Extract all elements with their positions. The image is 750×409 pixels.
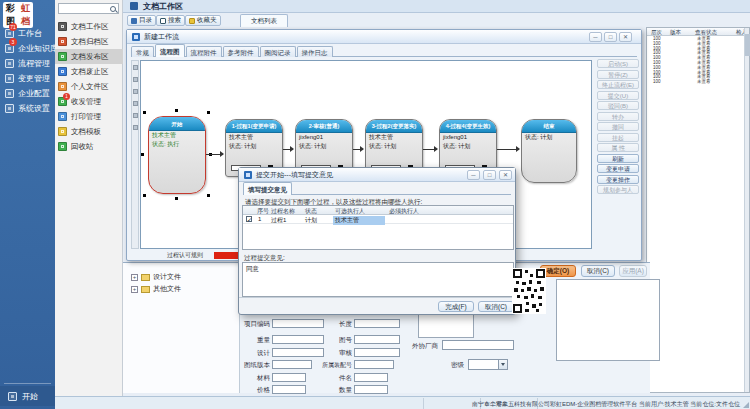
workflow-action-button[interactable]: 转办 [597,112,639,121]
nav-item[interactable]: 变更管理 [0,71,55,86]
length-input[interactable] [354,319,400,328]
workflow-tab[interactable]: 参考附件 [223,46,259,57]
selection-handle[interactable] [175,197,178,200]
search-icon[interactable] [110,6,116,12]
selection-handle[interactable] [143,111,146,114]
favorites-button[interactable]: 收藏夹 [185,15,221,26]
nav-item[interactable]: 企业配置 [0,86,55,101]
selection-handle[interactable] [143,194,146,197]
quantity-input[interactable] [354,385,388,394]
search-button[interactable]: 搜索 [156,15,185,26]
secrecy-select[interactable] [468,359,508,370]
cancel-button[interactable]: 取消(C) [478,301,514,312]
workflow-tab[interactable]: 圈阅记录 [260,46,296,57]
folder-tree: + 设计文件 + 其他文件 [123,271,240,295]
tree-item[interactable]: + 其他文件 [123,283,240,295]
workflow-tab[interactable]: 操作日志 [297,46,333,57]
workflow-action-button[interactable]: 挂起 [597,133,639,142]
workflow-tab[interactable]: 流程图 [155,44,185,57]
close-button[interactable]: ✕ [499,170,512,180]
workflow-action-button[interactable]: 启动(S) [597,59,639,68]
document-area-item[interactable]: 文档废止区 [55,64,123,79]
document-area-item[interactable]: 个人文件区 [55,79,123,94]
document-area-item[interactable]: 文档工作区 [55,19,123,34]
close-button[interactable]: ✕ [619,32,632,42]
design-input[interactable] [272,348,324,357]
area-icon [58,127,67,136]
tab-document-list[interactable]: 文档列表 [240,14,288,27]
tab-submit-comment[interactable]: 填写提交意见 [243,182,292,195]
document-area-item[interactable]: 打印管理 [55,109,123,124]
workflow-node-start[interactable]: 开始 技术主管 状态: 执行 [148,116,206,194]
project-code-input[interactable] [272,319,324,328]
assembly-no-input[interactable] [354,360,394,369]
document-area-item[interactable]: 文档归档区 [55,34,123,49]
part-name-input[interactable] [354,373,388,382]
expand-icon[interactable]: + [131,274,138,281]
node-owner: jixfeng01 [296,133,352,142]
review-input[interactable] [354,348,400,357]
workflow-action-button[interactable]: 终止流程(E) [597,80,639,89]
nav-item[interactable]: 系统设置 [0,101,55,116]
material-input[interactable] [272,373,306,382]
maximize-button[interactable]: □ [483,170,496,180]
document-area-item[interactable]: 文档模板 [55,124,123,139]
tool-icon[interactable] [133,125,138,130]
nav-item[interactable]: 流程管理 [0,56,55,71]
workflow-action-button[interactable]: 刷新 [597,154,639,163]
apply-button[interactable]: 应用(A) [619,265,647,277]
workflow-action-button[interactable]: 驳回(B) [597,101,639,110]
col-view-status[interactable]: 查看状态 [695,29,717,36]
dropdown-arrow-icon[interactable] [498,360,507,369]
document-area-item[interactable]: 文档发布区 [55,49,123,64]
nav-item[interactable]: 工作台 71 [0,26,55,41]
document-area-item[interactable]: 回收站 [55,139,123,154]
tool-icon[interactable] [133,89,138,94]
workflow-node-end[interactable]: 结束 状态: 计划 [521,119,577,183]
selection-handle[interactable] [207,111,210,114]
workflow-action-button[interactable]: 规划参与人 [597,185,639,194]
tool-icon[interactable] [133,101,138,106]
col-level[interactable]: 层次 [651,29,662,36]
resize-grip[interactable] [743,402,749,408]
selection-handle[interactable] [141,153,144,156]
cancel-button[interactable]: 取消(C) [581,265,615,277]
workflow-action-button[interactable]: 提交(U) [597,91,639,100]
workflow-action-button[interactable]: 属 性 [597,143,639,152]
vendor-input[interactable] [442,340,514,350]
selection-handle[interactable] [175,109,178,112]
expand-icon[interactable]: + [131,286,138,293]
document-area-item[interactable]: 收发管理 1 [55,94,123,109]
workflow-action-button[interactable]: 暂停(Z) [597,70,639,79]
workflow-action-button[interactable]: 撤回 [597,122,639,131]
finish-button[interactable]: 完成(F) [438,301,474,312]
workflow-tab[interactable]: 流程附件 [186,46,222,57]
scrollbar-thumb[interactable] [745,34,750,56]
drawing-no-input[interactable] [354,335,400,344]
process-row[interactable]: 1 过程1 计划 技术主管 [243,215,513,224]
tool-icon[interactable] [133,77,138,82]
start-button[interactable]: 开始 [0,386,55,406]
price-input[interactable] [272,385,306,394]
directory-button[interactable]: 目录 [127,15,156,26]
table-scrollbar[interactable] [744,28,749,392]
selection-handle[interactable] [207,194,210,197]
col-version[interactable]: 版本 [670,29,681,36]
table-row[interactable]: 100 未查看 [647,80,745,85]
sheet-version-input[interactable] [272,360,312,369]
maximize-button[interactable]: □ [604,32,617,42]
minimize-button[interactable]: ─ [467,170,480,180]
sidebar-search-input[interactable] [58,3,119,14]
window-titlebar[interactable]: 新建工作流 [127,30,641,44]
comment-textarea[interactable]: 同意 [242,262,514,297]
workflow-action-button[interactable]: 变更申请 [597,164,639,173]
workflow-tab[interactable]: 常规 [131,46,154,57]
nav-item[interactable]: 企业知识库 3 [0,41,55,56]
tool-icon[interactable] [133,65,138,70]
weight-input[interactable] [272,335,324,344]
workflow-action-button[interactable]: 变更操作 [597,175,639,184]
tree-item[interactable]: + 设计文件 [123,271,240,283]
checkbox-checked[interactable] [246,216,252,222]
tool-icon[interactable] [133,113,138,118]
minimize-button[interactable]: ─ [589,32,602,42]
